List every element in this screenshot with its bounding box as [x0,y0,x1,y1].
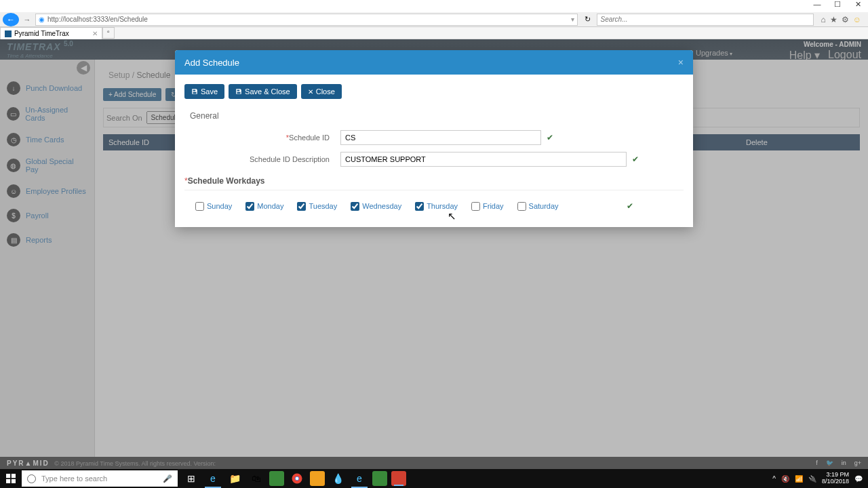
app-icon-1[interactable] [269,471,284,486]
workday-saturday[interactable]: Saturday [517,202,559,211]
save-button[interactable]: Save [184,84,224,99]
favorites-icon[interactable]: ★ [830,15,837,24]
svg-rect-2 [6,479,10,483]
file-explorer-icon[interactable]: 📁 [224,469,245,488]
smiley-icon[interactable]: ☺ [853,15,861,24]
tray-power-icon[interactable]: 🔌 [808,475,816,483]
window-controls: — ☐ ✕ [807,0,868,12]
maximize-button[interactable]: ☐ [827,0,848,12]
url-bar[interactable]: ◉ http://localhost:3333/en/Schedule ▾ [35,14,578,26]
workday-wednesday[interactable]: Wednesday [351,202,401,211]
svg-rect-0 [6,474,10,478]
browser-tab[interactable]: Pyramid TimeTrax ✕ [0,27,102,39]
tray-network-icon[interactable]: 🔇 [781,475,789,483]
tuesday-checkbox[interactable] [297,202,306,211]
taskbar-clock[interactable]: 3:19 PM 8/10/2018 [822,472,849,485]
forward-button[interactable]: → [22,14,33,25]
close-button[interactable]: ✕ [848,0,868,12]
refresh-button[interactable]: ↻ [580,15,594,24]
schedule-id-label: Schedule ID [289,134,330,142]
schedule-desc-input[interactable] [340,152,627,167]
workday-friday[interactable]: Friday [471,202,504,211]
taskbar-search-placeholder: Type here to search [41,474,107,483]
taskbar: Type here to search 🎤 ⊞ e 📁 🛍 💧 e ^ 🔇 📶 … [0,469,868,488]
thursday-checkbox[interactable] [415,202,424,211]
app-icon-5[interactable] [391,471,406,486]
favicon-icon [5,30,12,37]
chrome-icon[interactable] [286,469,308,488]
schedule-id-input[interactable] [340,130,541,145]
tab-close-icon[interactable]: ✕ [92,30,98,37]
friday-checkbox[interactable] [471,202,480,211]
tray-wifi-icon[interactable]: 📶 [795,475,803,483]
back-button[interactable]: ← [3,13,19,26]
new-tab-button[interactable]: ▫ [102,27,115,39]
svg-rect-3 [12,479,16,483]
workday-sunday[interactable]: Sunday [195,202,232,211]
mic-icon[interactable]: 🎤 [163,474,172,483]
tools-icon[interactable]: ⚙ [842,15,849,24]
ie-icon[interactable]: e [349,469,370,488]
save-close-button[interactable]: Save & Close [229,84,297,99]
modal-close-icon[interactable]: × [678,57,684,68]
svg-point-6 [296,477,299,481]
tray-up-icon[interactable]: ^ [772,475,776,483]
app-icon-3[interactable]: 💧 [327,469,349,488]
workday-tuesday[interactable]: Tuesday [297,202,337,211]
app-icon-4[interactable] [372,471,387,486]
check-icon: ✔ [632,155,639,164]
store-icon[interactable]: 🛍 [245,469,267,488]
workdays-header: *Schedule Workdays [184,176,684,190]
minimize-button[interactable]: — [807,0,827,12]
close-button[interactable]: ✕ Close [301,84,342,99]
modal-title: Add Schedule [184,58,239,68]
browser-tabs: Pyramid TimeTrax ✕ ▫ [0,27,868,39]
workday-monday[interactable]: Monday [245,202,283,211]
notifications-icon[interactable]: 💬 [854,475,863,483]
wednesday-checkbox[interactable] [351,202,359,211]
check-icon: ✔ [547,133,553,142]
start-button[interactable] [0,469,22,488]
cortana-icon [27,474,36,483]
taskbar-search[interactable]: Type here to search 🎤 [22,470,178,487]
url-text: http://localhost:3333/en/Schedule [47,16,148,23]
svg-rect-1 [12,474,16,478]
check-icon: ✔ [627,201,633,211]
add-schedule-modal: Add Schedule × Save Save & Close ✕ Close… [175,50,693,227]
browser-toolbar: ← → ◉ http://localhost:3333/en/Schedule … [0,12,868,27]
tab-general[interactable]: General [184,108,224,123]
task-view-icon[interactable]: ⊞ [180,469,202,488]
monday-checkbox[interactable] [245,202,254,211]
saturday-checkbox[interactable] [517,202,526,211]
modal-header: Add Schedule × [175,50,693,75]
app-icon-2[interactable] [310,471,325,486]
workday-thursday[interactable]: Thursday [415,202,458,211]
edge-icon[interactable]: e [202,469,224,488]
browser-search-input[interactable] [597,14,814,26]
sunday-checkbox[interactable] [195,202,204,211]
schedule-desc-label: Schedule ID Description [184,155,340,163]
tab-title: Pyramid TimeTrax [14,30,69,37]
home-icon[interactable]: ⌂ [821,15,825,24]
